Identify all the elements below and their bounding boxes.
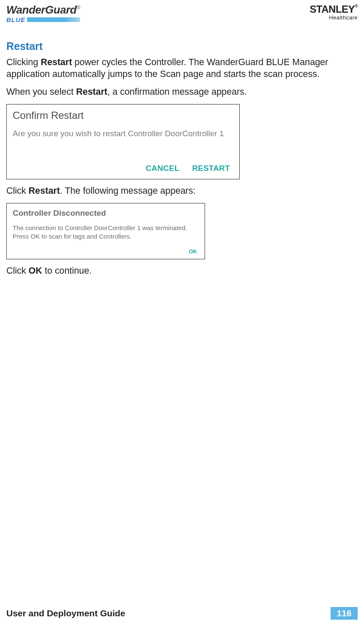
para4-bold: OK xyxy=(29,266,42,276)
para2-pre: When you select xyxy=(6,87,76,97)
brand-sub: BLUE xyxy=(6,16,25,23)
dialog1-actions: CANCEL RESTART xyxy=(145,164,230,173)
company-sub: Healthcare xyxy=(309,14,358,21)
page-header: WanderGuard® BLUE STANLEY® Healthcare xyxy=(6,4,358,23)
wanderguard-logo: WanderGuard® BLUE xyxy=(6,4,80,23)
disconnected-dialog: Controller Disconnected The connection t… xyxy=(6,203,205,260)
brand-sub-row: BLUE xyxy=(6,16,80,23)
brand-main-text: WanderGuard xyxy=(6,3,77,16)
paragraph-2: When you select Restart, a confirmation … xyxy=(6,86,358,98)
dialog1-title: Confirm Restart xyxy=(13,110,233,121)
brand-bar-icon xyxy=(27,17,80,22)
para1-pre: Clicking xyxy=(6,57,41,67)
para2-post: , a confirmation message appears. xyxy=(107,87,247,97)
page-footer: User and Deployment Guide 116 xyxy=(6,607,358,620)
dialog2-body: The connection to Controller DoorControl… xyxy=(13,224,199,241)
section-heading: Restart xyxy=(6,40,358,52)
restart-button[interactable]: RESTART xyxy=(192,164,230,173)
company-reg: ® xyxy=(355,4,358,8)
para3-bold: Restart xyxy=(29,186,60,196)
para1-bold: Restart xyxy=(41,57,72,67)
confirm-restart-dialog: Confirm Restart Are you sure you wish to… xyxy=(6,104,240,179)
para3-post: . The following message appears: xyxy=(60,186,196,196)
para2-bold: Restart xyxy=(76,87,107,97)
para4-pre: Click xyxy=(6,266,29,276)
footer-guide: User and Deployment Guide xyxy=(6,608,125,618)
company-main-text: STANLEY xyxy=(309,3,355,15)
ok-button[interactable]: OK xyxy=(13,248,199,255)
dialog2-title: Controller Disconnected xyxy=(13,209,199,218)
brand-main: WanderGuard® xyxy=(6,4,80,15)
dialog1-body: Are you sure you wish to restart Control… xyxy=(13,129,233,138)
paragraph-3: Click Restart. The following message app… xyxy=(6,185,358,197)
brand-reg: ® xyxy=(77,5,80,11)
para3-pre: Click xyxy=(6,186,29,196)
company-main: STANLEY® xyxy=(309,4,358,14)
paragraph-1: Clicking Restart power cycles the Contro… xyxy=(6,57,358,80)
para4-post: to continue. xyxy=(42,266,92,276)
paragraph-4: Click OK to continue. xyxy=(6,265,358,277)
footer-page-number: 116 xyxy=(331,607,358,620)
stanley-logo: STANLEY® Healthcare xyxy=(309,4,358,21)
cancel-button[interactable]: CANCEL xyxy=(145,164,179,173)
